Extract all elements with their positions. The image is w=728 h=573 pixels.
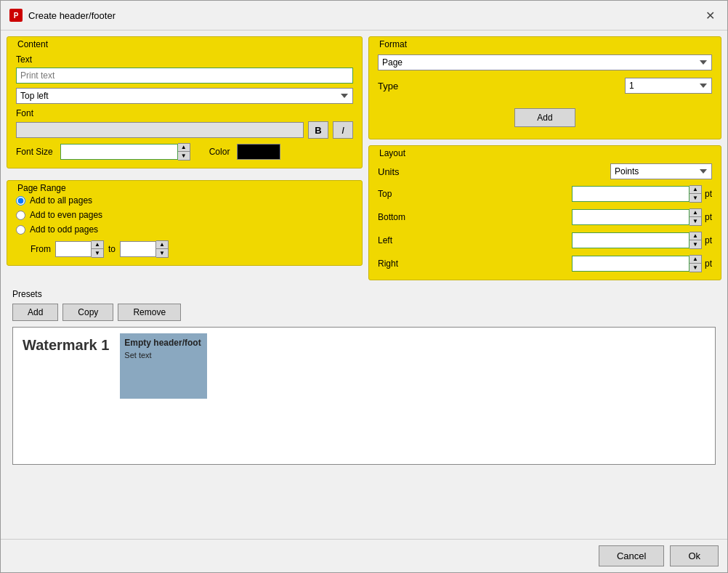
left-input[interactable]: 0 <box>572 232 689 248</box>
bottom-bar: Cancel Ok <box>1 539 727 572</box>
print-text-input[interactable] <box>16 68 353 84</box>
left-input-group: 0 ▲ ▼ pt <box>572 232 712 249</box>
type-select[interactable]: 1 2 3 <box>625 78 712 94</box>
cancel-button[interactable]: Cancel <box>599 545 664 566</box>
from-spinner: 1 ▲ ▼ <box>55 240 104 258</box>
radio-even-pages-label: Add to even pages <box>30 210 102 220</box>
font-size-spinner-btns: ▲ ▼ <box>178 143 190 160</box>
presets-list: Watermark 1 Empty header/foot Set text <box>12 327 716 465</box>
font-label: Font <box>16 108 353 118</box>
right-input[interactable]: 0 <box>572 256 689 272</box>
format-select[interactable]: Page Date Time Page Range <box>378 54 712 70</box>
presets-remove-button[interactable]: Remove <box>118 304 181 321</box>
position-select[interactable]: Top left Top center Top right Bottom lef… <box>16 88 353 104</box>
right-up[interactable]: ▲ <box>689 256 701 264</box>
radio-even-pages-input[interactable] <box>16 211 25 220</box>
units-row: Units Points Inches Centimeters Millimet… <box>378 163 712 179</box>
dialog-title: Create header/footer <box>28 10 116 21</box>
top-pt-label: pt <box>705 189 712 199</box>
top-spinner-btns: ▲ ▼ <box>689 185 702 203</box>
content-panel-label: Content <box>15 39 51 49</box>
ok-button[interactable]: Ok <box>670 545 719 566</box>
to-up[interactable]: ▲ <box>156 241 168 249</box>
italic-button[interactable]: I <box>333 121 353 139</box>
main-content: Content Text Top left Top center Top rig… <box>1 31 727 539</box>
title-bar: P Create header/footer ✕ <box>1 1 727 31</box>
title-bar-left: P Create header/footer <box>9 9 116 22</box>
right-input-group: 0 ▲ ▼ pt <box>572 255 712 272</box>
top-spinner: 0 ▲ ▼ <box>572 185 702 203</box>
top-input[interactable]: 0 <box>572 186 689 202</box>
font-size-down[interactable]: ▼ <box>178 152 190 160</box>
top-input-group: 0 ▲ ▼ pt <box>572 185 712 203</box>
preset-empty[interactable]: Empty header/foot Set text <box>120 333 207 399</box>
presets-copy-button[interactable]: Copy <box>62 304 113 321</box>
font-size-spinner: 10 ▲ ▼ <box>60 143 190 160</box>
left-down[interactable]: ▼ <box>689 240 701 248</box>
dialog: P Create header/footer ✕ Content Text To… <box>0 0 728 573</box>
page-range-panel: Page Range Add to all pages Add to even … <box>7 180 363 266</box>
left-column: Content Text Top left Top center Top rig… <box>7 36 363 280</box>
bottom-spinner-btns: ▲ ▼ <box>689 208 702 226</box>
from-down[interactable]: ▼ <box>92 249 103 257</box>
top-panels: Content Text Top left Top center Top rig… <box>7 36 721 280</box>
to-spinner-btns: ▲ ▼ <box>156 240 169 258</box>
close-button[interactable]: ✕ <box>701 7 719 24</box>
to-label: to <box>108 244 116 254</box>
radio-odd-pages-input[interactable] <box>16 225 25 235</box>
left-row: Left 0 ▲ ▼ pt <box>378 232 712 249</box>
from-input[interactable]: 1 <box>55 241 92 257</box>
format-add-button[interactable]: Add <box>514 108 575 127</box>
preset-empty-title: Empty header/foot <box>124 338 203 348</box>
format-panel-label: Format <box>376 39 410 49</box>
radio-odd-pages[interactable]: Add to odd pages <box>16 224 353 235</box>
font-size-up[interactable]: ▲ <box>178 144 190 152</box>
to-spinner: 9 ▲ ▼ <box>120 240 169 258</box>
bottom-down[interactable]: ▼ <box>689 217 701 225</box>
presets-add-button[interactable]: Add <box>12 304 58 321</box>
radio-all-pages[interactable]: Add to all pages <box>16 195 353 206</box>
font-size-row: Font Size 10 ▲ ▼ Color <box>16 143 353 160</box>
bottom-label: Bottom <box>378 212 405 222</box>
bold-button[interactable]: B <box>308 121 328 139</box>
color-swatch[interactable] <box>237 144 280 160</box>
radio-even-pages[interactable]: Add to even pages <box>16 210 353 220</box>
left-label: Left <box>378 235 392 245</box>
font-input[interactable]: Arial <box>16 122 304 138</box>
font-size-input[interactable]: 10 <box>60 144 178 160</box>
color-label: Color <box>209 147 230 157</box>
radio-group: Add to all pages Add to even pages Add t… <box>16 195 353 235</box>
content-panel: Content Text Top left Top center Top rig… <box>7 36 363 168</box>
preset-empty-sub: Set text <box>124 351 203 359</box>
presets-buttons: Add Copy Remove <box>12 304 716 321</box>
bottom-row: Bottom 0 ▲ ▼ pt <box>378 208 712 226</box>
format-panel: Format Page Date Time Page Range Type <box>368 36 721 139</box>
left-up[interactable]: ▲ <box>689 232 701 240</box>
to-input[interactable]: 9 <box>120 241 156 257</box>
radio-all-pages-input[interactable] <box>16 196 25 206</box>
to-down[interactable]: ▼ <box>156 249 168 257</box>
units-label: Units <box>378 166 400 177</box>
top-down[interactable]: ▼ <box>689 194 701 202</box>
text-field-label: Text <box>16 54 353 65</box>
presets-title: Presets <box>12 289 716 299</box>
left-pt-label: pt <box>705 235 712 245</box>
bottom-input-group: 0 ▲ ▼ pt <box>572 208 712 226</box>
units-select[interactable]: Points Inches Centimeters Millimeters <box>610 163 712 179</box>
from-up[interactable]: ▲ <box>92 241 103 249</box>
bottom-input[interactable]: 0 <box>572 209 689 225</box>
preset-watermark[interactable]: Watermark 1 <box>19 333 113 357</box>
top-row: Top 0 ▲ ▼ pt <box>378 185 712 203</box>
font-row: Arial B I <box>16 121 353 139</box>
from-spinner-btns: ▲ ▼ <box>92 240 104 258</box>
bottom-up[interactable]: ▲ <box>689 209 701 217</box>
left-spinner: 0 ▲ ▼ <box>572 232 702 249</box>
right-down[interactable]: ▼ <box>689 264 701 272</box>
right-panels: Format Page Date Time Page Range Type <box>368 36 721 280</box>
top-up[interactable]: ▲ <box>689 186 701 194</box>
from-label: From <box>31 244 51 254</box>
right-row: Right 0 ▲ ▼ pt <box>378 255 712 272</box>
bottom-spinner: 0 ▲ ▼ <box>572 208 702 226</box>
font-size-label: Font Size <box>16 147 53 157</box>
page-range-label: Page Range <box>15 183 69 193</box>
